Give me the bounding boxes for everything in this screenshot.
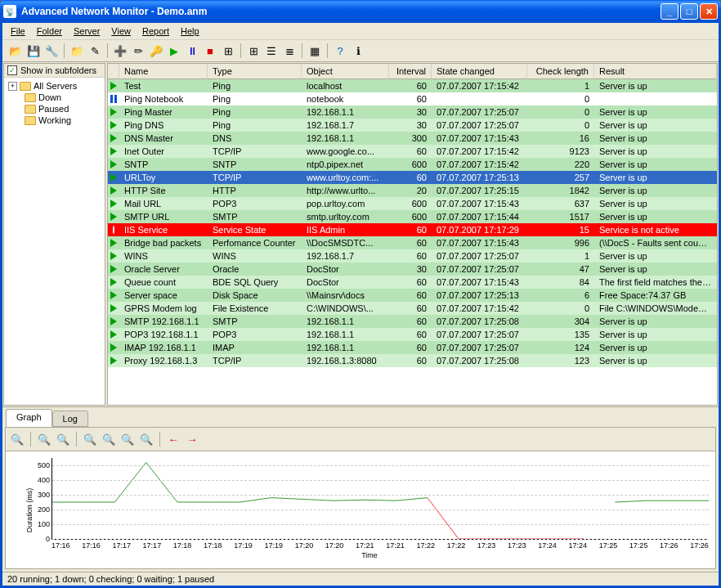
- zoom-in-y-icon[interactable]: 🔍: [55, 431, 71, 447]
- row-state: 07.07.2007 17:25:07: [432, 264, 527, 274]
- window-title: Advanced Network Monitor - Demo.anm: [21, 6, 661, 17]
- list-view-icon[interactable]: ☰: [263, 43, 280, 59]
- tools-icon[interactable]: 🔧: [43, 43, 60, 59]
- server-row[interactable]: Oracle ServerOracleDocStor3007.07.2007 1…: [108, 263, 717, 276]
- server-row[interactable]: URLToyTCP/IPwww.urltoy.com:...6007.07.20…: [108, 171, 717, 184]
- row-object: 192.168.1.3:8080: [302, 356, 389, 366]
- col-check[interactable]: Check length: [527, 64, 594, 79]
- icons-view-icon[interactable]: ⊞: [245, 43, 262, 59]
- server-row[interactable]: Proxy 192.168.1.3TCP/IP192.168.1.3:80806…: [108, 354, 717, 367]
- tab-log[interactable]: Log: [52, 411, 88, 427]
- server-row[interactable]: Inet OuterTCP/IPwww.google.co...6007.07.…: [108, 145, 717, 158]
- tree-paused[interactable]: Paused: [7, 103, 102, 114]
- row-state: 07.07.2007 17:25:07: [432, 343, 527, 352]
- about-icon[interactable]: ℹ: [350, 43, 366, 59]
- server-row[interactable]: Server spaceDisk Space\\Mainsrv\docs6007…: [108, 289, 717, 302]
- col-object[interactable]: Object: [302, 64, 389, 79]
- server-row[interactable]: POP3 192.168.1.1POP3192.168.1.16007.07.2…: [108, 328, 717, 341]
- zoom-out-x-icon[interactable]: 🔍: [82, 431, 98, 447]
- server-row[interactable]: Mail URLPOP3pop.urltoy.com60007.07.2007 …: [108, 197, 717, 210]
- server-row[interactable]: Ping DNSPing192.168.1.73007.07.2007 17:2…: [108, 119, 717, 132]
- row-result: Server is up: [594, 173, 717, 182]
- menu-folder[interactable]: Folder: [32, 25, 67, 38]
- windows-icon[interactable]: ⊞: [220, 43, 236, 59]
- menu-file[interactable]: File: [6, 25, 30, 38]
- server-row[interactable]: SMTP URLSMTPsmtp.urltoy.com60007.07.2007…: [108, 210, 717, 223]
- menu-view[interactable]: View: [106, 25, 136, 38]
- xtick-label: 17:18: [204, 541, 222, 550]
- show-subfolders-label: Show in subfolders: [20, 65, 96, 75]
- server-row[interactable]: Bridge bad packetsPerfomance Counter\\Do…: [108, 236, 717, 249]
- server-list[interactable]: Name Type Object Interval State changed …: [107, 63, 718, 406]
- add-server-icon[interactable]: ➕: [112, 43, 128, 59]
- zoom-reset-icon[interactable]: 🔍: [9, 431, 25, 447]
- row-interval: 60: [389, 146, 432, 156]
- server-row[interactable]: Ping NotebookPingnotebook600: [108, 92, 717, 105]
- save-icon[interactable]: 💾: [25, 43, 42, 59]
- server-row[interactable]: SMTP 192.168.1.1SMTP192.168.1.16007.07.2…: [108, 315, 717, 328]
- tree-down[interactable]: Down: [7, 92, 102, 103]
- show-subfolders-checkbox[interactable]: ✓: [7, 65, 17, 75]
- col-result[interactable]: Result: [594, 64, 717, 79]
- detail-view-icon[interactable]: ≣: [281, 43, 298, 59]
- edit-server-icon[interactable]: ✏: [130, 43, 146, 59]
- xtick-label: 17:18: [173, 541, 192, 550]
- zoom-out-y-icon[interactable]: 🔍: [36, 431, 52, 447]
- row-name: Server space: [119, 290, 208, 300]
- expand-icon[interactable]: +: [8, 82, 17, 91]
- row-interval: 60: [389, 343, 432, 352]
- row-result: Server is up: [594, 356, 717, 366]
- server-row[interactable]: IMAP 192.168.1.1IMAP192.168.1.16007.07.2…: [108, 341, 717, 354]
- server-row[interactable]: DNS MasterDNS192.168.1.130007.07.2007 17…: [108, 132, 717, 145]
- open-icon[interactable]: 📂: [7, 43, 24, 59]
- zoom-in-x-icon[interactable]: 🔍: [101, 431, 117, 447]
- scroll-left-icon[interactable]: ←: [165, 431, 181, 447]
- server-row[interactable]: Ping MasterPing192.168.1.13007.07.2007 1…: [108, 105, 717, 119]
- row-interval: 300: [389, 133, 432, 143]
- server-row[interactable]: SNTPSNTPntp0.pipex.net60007.07.2007 17:1…: [108, 158, 717, 171]
- col-name[interactable]: Name: [119, 64, 208, 79]
- col-state[interactable]: State changed: [432, 64, 527, 79]
- menu-report[interactable]: Report: [137, 25, 174, 38]
- stop-icon[interactable]: ■: [202, 43, 218, 59]
- row-object: 192.168.1.1: [302, 343, 389, 352]
- server-row[interactable]: Queue countBDE SQL QueryDocStor6007.07.2…: [108, 276, 717, 289]
- row-check: 84: [527, 277, 594, 287]
- folder-icon: [25, 116, 36, 125]
- folder-icon: [25, 93, 36, 102]
- close-button[interactable]: ✕: [700, 3, 718, 20]
- zoom-out-both-icon[interactable]: 🔍: [119, 431, 136, 447]
- pause-icon[interactable]: ⏸: [184, 43, 200, 59]
- tab-graph[interactable]: Graph: [6, 409, 52, 427]
- row-check: 1: [527, 81, 594, 91]
- server-row[interactable]: IIS ServiceService StateIIS Admin6007.07…: [108, 223, 717, 236]
- login-icon[interactable]: 🔑: [148, 43, 164, 59]
- row-check: 124: [527, 343, 594, 352]
- zoom-in-both-icon[interactable]: 🔍: [138, 431, 154, 447]
- new-folder-icon[interactable]: 📁: [69, 43, 85, 59]
- server-row[interactable]: HTTP SiteHTTPhttp://www.urlto...2007.07.…: [108, 184, 717, 197]
- minimize-button[interactable]: _: [661, 3, 678, 20]
- edit-icon[interactable]: ✎: [87, 43, 103, 59]
- tree-working[interactable]: Working: [7, 114, 102, 126]
- scroll-right-icon[interactable]: →: [184, 431, 200, 447]
- row-state: 07.07.2007 17:25:07: [432, 120, 527, 130]
- run-icon[interactable]: ▶: [166, 43, 182, 59]
- tree-root[interactable]: + All Servers: [7, 80, 102, 92]
- menu-server[interactable]: Server: [69, 25, 105, 38]
- help-icon[interactable]: ?: [332, 43, 348, 59]
- maximize-button[interactable]: □: [680, 3, 698, 20]
- row-name: IIS Service: [119, 225, 208, 235]
- row-type: SNTP: [208, 159, 302, 169]
- col-type[interactable]: Type: [208, 64, 302, 79]
- row-type: TCP/IP: [208, 146, 302, 156]
- server-row[interactable]: TestPinglocalhost6007.07.2007 17:15:421S…: [108, 79, 717, 92]
- grid-icon[interactable]: ▦: [307, 43, 323, 59]
- col-interval[interactable]: Interval: [389, 64, 432, 79]
- server-row[interactable]: WINSWINS192.168.1.76007.07.2007 17:25:07…: [108, 249, 717, 263]
- menu-help[interactable]: Help: [176, 25, 204, 38]
- folder-tree-panel: ✓ Show in subfolders + All Servers Down …: [3, 63, 105, 406]
- server-row[interactable]: GPRS Modem logFile ExistenceC:\WINDOWS\.…: [108, 302, 717, 315]
- folder-icon: [25, 105, 36, 114]
- ytick-label: 200: [38, 505, 52, 514]
